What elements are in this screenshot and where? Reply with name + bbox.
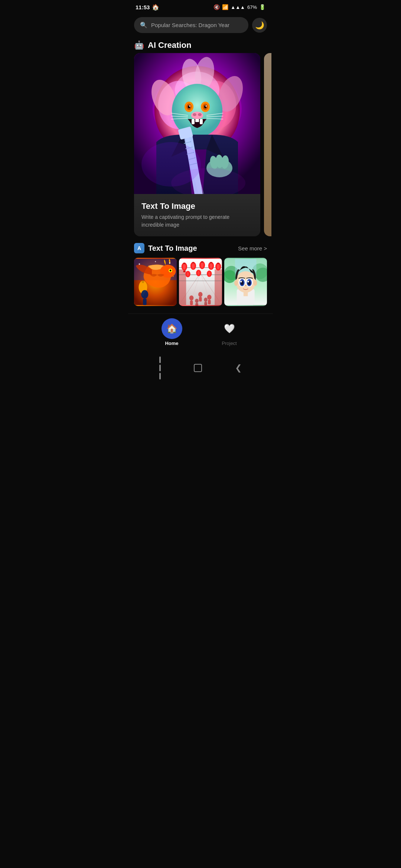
featured-card-image [134, 53, 260, 194]
home-status-icon: 🏠 [152, 4, 159, 11]
lanterns-svg [179, 258, 222, 306]
svg-point-91 [201, 262, 204, 268]
badge-letter: A [137, 245, 141, 251]
featured-card-container: Text To Image Write a captivating prompt… [128, 53, 273, 236]
nav-line-1 [159, 356, 161, 363]
svg-point-21 [193, 113, 196, 116]
svg-rect-61 [142, 281, 144, 283]
status-bar: 11:53 🏠 🔇 📶 ▲▲▲ 67% 🔋 [128, 0, 273, 13]
nav-item-home[interactable]: 🏠 Home [162, 318, 182, 346]
svg-point-70 [169, 262, 170, 264]
svg-point-110 [195, 299, 199, 303]
svg-point-69 [155, 261, 156, 262]
search-placeholder-text: Popular Searches: Dragon Year [151, 22, 229, 28]
svg-point-123 [253, 280, 257, 286]
featured-card-info: Text To Image Write a captivating prompt… [134, 194, 260, 236]
image-grid [128, 258, 273, 306]
svg-point-19 [205, 105, 207, 107]
wifi-icon: 📶 [222, 4, 228, 10]
home-nav-label: Home [165, 341, 178, 346]
svg-point-97 [217, 264, 220, 269]
nav-item-project[interactable]: 🤍 Project [219, 318, 240, 346]
svg-rect-67 [143, 299, 147, 305]
status-time: 11:53 [136, 4, 150, 10]
see-more-button[interactable]: See more > [238, 245, 267, 251]
svg-rect-113 [205, 302, 208, 306]
home-hardware-button[interactable] [194, 364, 202, 372]
featured-card-title: Text To Image [141, 201, 253, 211]
svg-rect-84 [183, 270, 186, 272]
svg-point-66 [141, 290, 148, 299]
search-bar[interactable]: 🔍 Popular Searches: Dragon Year [134, 17, 248, 33]
svg-point-106 [198, 292, 203, 297]
recent-apps-button[interactable] [159, 356, 161, 379]
side-card-peek [264, 53, 271, 236]
signal-icon: ▲▲▲ [231, 4, 245, 10]
svg-point-101 [198, 271, 200, 275]
svg-rect-132 [244, 292, 248, 296]
mute-icon: 🔇 [213, 4, 220, 10]
svg-rect-107 [199, 297, 202, 301]
project-nav-label: Project [222, 341, 237, 346]
moon-icon: 🌙 [255, 21, 264, 30]
svg-point-11 [172, 84, 222, 137]
grid-item-dragon[interactable] [134, 258, 177, 306]
featured-card-description: Write a captivating prompt to generate i… [141, 213, 253, 229]
section-row-left: A Text To Image [134, 243, 197, 253]
project-nav-icon-wrap: 🤍 [219, 318, 240, 339]
svg-point-94 [210, 263, 213, 269]
battery-level: 67% [247, 4, 257, 10]
svg-rect-111 [196, 303, 199, 306]
search-container: 🔍 Popular Searches: Dragon Year 🌙 [128, 13, 273, 37]
svg-point-99 [187, 272, 189, 276]
svg-rect-109 [208, 300, 211, 304]
svg-point-18 [189, 105, 190, 107]
back-button[interactable]: ❮ [235, 363, 242, 373]
status-icons: 🔇 📶 ▲▲▲ 67% 🔋 [213, 4, 265, 10]
svg-point-85 [183, 264, 186, 269]
home-nav-icon-wrap: 🏠 [162, 318, 182, 339]
svg-point-103 [208, 272, 211, 276]
ai-creation-icon: 🤖 [134, 40, 144, 50]
svg-point-130 [240, 281, 242, 283]
home-icon: 🏠 [166, 323, 177, 334]
grid-item-anime[interactable] [224, 258, 267, 306]
dragon-svg [134, 258, 177, 306]
svg-point-112 [204, 297, 208, 302]
nav-line-2 [159, 365, 161, 371]
svg-rect-105 [190, 300, 193, 305]
svg-point-65 [170, 270, 172, 272]
bottom-navigation: 🏠 Home 🤍 Project [128, 313, 273, 352]
svg-rect-25 [195, 119, 199, 122]
svg-point-104 [189, 296, 194, 300]
grid-item-lanterns[interactable] [179, 258, 222, 306]
system-navigation-bar: ❮ [128, 352, 273, 384]
svg-point-22 [198, 113, 202, 116]
svg-rect-24 [200, 119, 203, 124]
text-to-image-section-header: A Text To Image See more > [128, 236, 273, 258]
svg-point-122 [234, 280, 238, 286]
featured-card[interactable]: Text To Image Write a captivating prompt… [134, 53, 260, 236]
nav-line-3 [159, 373, 161, 379]
lion-guitar-illustration [134, 53, 260, 194]
ai-creation-section-header: 🤖 AI Creation [128, 37, 273, 53]
ai-creation-title: AI Creation [148, 40, 191, 50]
anime-svg [224, 258, 267, 306]
svg-point-108 [207, 295, 212, 300]
svg-point-68 [138, 263, 140, 265]
text-to-image-badge: A [134, 243, 144, 253]
svg-point-131 [247, 281, 249, 283]
svg-rect-23 [192, 119, 195, 124]
search-icon: 🔍 [140, 22, 147, 29]
text-to-image-title: Text To Image [148, 244, 197, 253]
project-icon: 🤍 [224, 323, 235, 334]
svg-point-88 [192, 263, 195, 269]
svg-point-71 [173, 276, 174, 277]
battery-icon: 🔋 [259, 4, 265, 10]
dark-mode-button[interactable]: 🌙 [252, 18, 267, 33]
